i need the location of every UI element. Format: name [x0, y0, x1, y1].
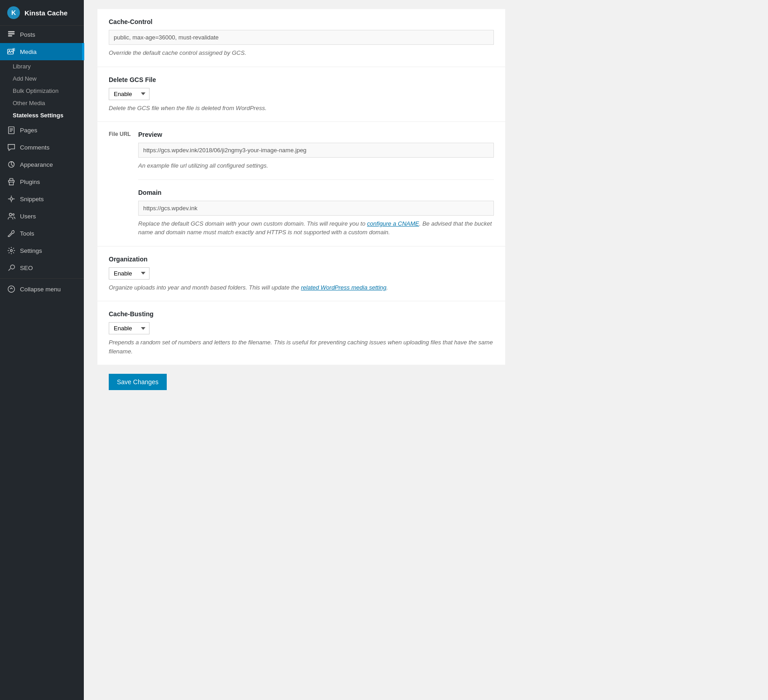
sidebar-item-appearance[interactable]: Appearance: [0, 156, 84, 173]
sidebar-item-users[interactable]: Users: [0, 208, 84, 225]
svg-rect-5: [13, 48, 15, 51]
cache-control-label: Cache-Control: [109, 18, 494, 25]
domain-desc: Replace the default GCS domain with your…: [138, 219, 494, 237]
svg-point-12: [10, 198, 12, 200]
sidebar-label-settings: Settings: [20, 247, 42, 254]
svg-rect-1: [8, 33, 14, 34]
organization-desc-after: .: [386, 284, 388, 291]
sidebar-label-comments: Comments: [20, 144, 49, 151]
sidebar-label-users: Users: [20, 213, 36, 220]
cache-busting-field: Cache-Busting Enable Disable Prepends a …: [97, 301, 505, 365]
sidebar-subitem-bulk-optimization[interactable]: Bulk Optimization: [0, 85, 84, 97]
svg-point-16: [10, 265, 14, 269]
svg-point-17: [8, 286, 14, 292]
seo-icon: [7, 264, 15, 272]
domain-group: Domain Replace the default GCS domain wi…: [138, 189, 494, 237]
preview-group: Preview An example file url utilizing al…: [138, 131, 494, 170]
organization-select[interactable]: Enable Disable: [109, 267, 150, 280]
media-setting-link[interactable]: related WordPress media setting: [301, 284, 386, 291]
sidebar-label-tools: Tools: [20, 230, 34, 237]
collapse-icon: [7, 285, 15, 293]
preview-input[interactable]: [138, 143, 494, 158]
sidebar-label-collapse: Collapse menu: [20, 286, 61, 293]
sidebar-item-comments[interactable]: Comments: [0, 139, 84, 156]
svg-rect-0: [8, 31, 14, 33]
sidebar-subitem-library[interactable]: Library: [0, 60, 84, 72]
snippets-icon: [7, 195, 15, 203]
plugins-icon: [7, 178, 15, 186]
sidebar-label-snippets: Snippets: [20, 196, 44, 203]
configure-cname-link[interactable]: configure a CNAME: [367, 220, 419, 227]
sidebar-subitem-stateless-settings[interactable]: Stateless Settings: [0, 109, 84, 121]
sidebar-label-appearance: Appearance: [20, 161, 53, 168]
users-icon: [7, 212, 15, 220]
pages-icon: [7, 126, 15, 134]
save-bar: Save Changes: [97, 365, 505, 399]
sidebar-logo-label: Kinsta Cache: [24, 9, 68, 17]
cache-busting-label: Cache-Busting: [109, 310, 494, 318]
preview-label: Preview: [138, 131, 494, 138]
file-url-side-label: File URL: [97, 122, 134, 147]
sidebar-subitem-add-new[interactable]: Add New: [0, 72, 84, 85]
save-changes-button[interactable]: Save Changes: [109, 374, 167, 390]
file-url-section: File URL Preview An example file url uti…: [97, 122, 505, 246]
sidebar-subitem-other-media[interactable]: Other Media: [0, 97, 84, 109]
sidebar-label-plugins: Plugins: [20, 179, 40, 185]
sidebar-label-pages: Pages: [20, 127, 37, 134]
cache-busting-select[interactable]: Enable Disable: [109, 322, 150, 334]
sidebar-logo: K Kinsta Cache: [0, 0, 84, 26]
organization-label: Organization: [109, 256, 494, 263]
sidebar-item-collapse[interactable]: Collapse menu: [0, 280, 84, 298]
sidebar-item-settings[interactable]: Settings: [0, 242, 84, 259]
sidebar-label-posts: Posts: [20, 31, 35, 38]
delete-gcs-file-field: Delete GCS File Enable Disable Delete th…: [97, 67, 505, 122]
kinsta-logo-icon: K: [7, 6, 20, 19]
svg-point-15: [10, 250, 13, 252]
delete-gcs-file-select[interactable]: Enable Disable: [109, 88, 150, 100]
sidebar-item-plugins[interactable]: Plugins: [0, 173, 84, 190]
sidebar-label-media: Media: [20, 48, 37, 55]
cache-control-field: Cache-Control Override the default cache…: [97, 9, 505, 67]
organization-field: Organization Enable Disable Organize upl…: [97, 246, 505, 302]
delete-gcs-file-desc: Delete the GCS file when the file is del…: [109, 104, 494, 113]
settings-form: Cache-Control Override the default cache…: [97, 9, 505, 365]
appearance-icon: [7, 160, 15, 169]
preview-desc: An example file url utilizing all config…: [138, 161, 494, 170]
media-icon: [7, 48, 15, 56]
svg-rect-2: [8, 35, 12, 37]
domain-label: Domain: [138, 189, 494, 196]
organization-desc-before: Organize uploads into year and month bas…: [109, 284, 301, 291]
cache-control-input[interactable]: [109, 30, 494, 45]
sidebar-item-seo[interactable]: SEO: [0, 259, 84, 276]
organization-desc: Organize uploads into year and month bas…: [109, 283, 494, 292]
cache-busting-desc: Prepends a random set of numbers and let…: [109, 338, 494, 356]
sidebar-item-pages[interactable]: Pages: [0, 121, 84, 139]
delete-gcs-file-label: Delete GCS File: [109, 76, 494, 83]
tools-icon: [7, 229, 15, 237]
file-url-content: Preview An example file url utilizing al…: [134, 122, 505, 246]
svg-point-14: [13, 214, 14, 216]
sidebar-item-snippets[interactable]: Snippets: [0, 190, 84, 208]
sidebar-item-media[interactable]: Media: [0, 43, 84, 60]
posts-icon: [7, 30, 15, 39]
sidebar-item-tools[interactable]: Tools: [0, 225, 84, 242]
svg-point-13: [10, 213, 12, 216]
comments-icon: [7, 143, 15, 151]
domain-desc-before: Replace the default GCS domain with your…: [138, 220, 367, 227]
media-submenu: Library Add New Bulk Optimization Other …: [0, 60, 84, 121]
cache-control-desc: Override the default cache control assig…: [109, 48, 494, 58]
settings-icon: [7, 246, 15, 255]
sidebar-item-posts[interactable]: Posts: [0, 26, 84, 43]
domain-input[interactable]: [138, 201, 494, 216]
sidebar-label-seo: SEO: [20, 265, 33, 271]
